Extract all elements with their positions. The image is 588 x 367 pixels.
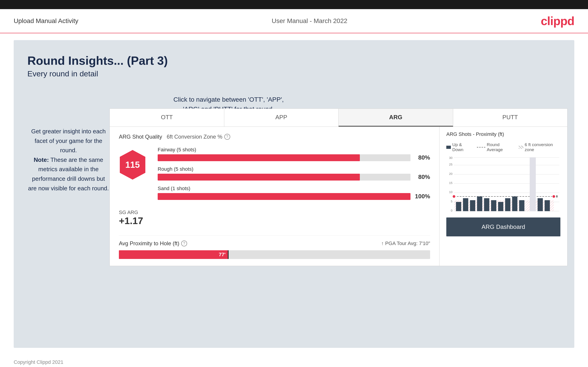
tabs: OTT APP ARG PUTT [110, 109, 567, 127]
hex-number: 115 [125, 160, 140, 170]
description-text: Get greater insight into each facet of y… [27, 127, 110, 193]
page-subtitle: Every round in detail [27, 69, 561, 78]
svg-text:8: 8 [556, 195, 558, 198]
proximity-header: Avg Proximity to Hole (ft) ? ↑ PGA Tour … [119, 240, 430, 247]
bar-label-rough: Rough (5 shots) [158, 166, 430, 172]
chart-svg: 0 5 10 15 20 25 30 [446, 155, 560, 214]
svg-rect-26 [463, 198, 468, 211]
shot-bars: Fairway (5 shots) 80% Rough (5 shots) [158, 147, 430, 205]
bar-fill-sand [158, 193, 410, 200]
tab-arg[interactable]: ARG [339, 109, 453, 126]
sg-value: +1.17 [119, 215, 430, 226]
main-content: Round Insights... (Part 3) Every round i… [14, 40, 574, 348]
svg-text:10: 10 [449, 190, 452, 194]
svg-text:15: 15 [449, 181, 452, 185]
svg-rect-28 [477, 197, 482, 211]
svg-point-20 [552, 195, 555, 198]
bar-pct-fairway: 80% [414, 154, 430, 161]
proximity-cursor [228, 250, 229, 259]
sg-label: SG ARG [119, 209, 430, 215]
svg-rect-36 [545, 200, 550, 211]
proximity-label: Avg Proximity to Hole (ft) ? [119, 240, 187, 247]
legend-item-avg: Round Average [477, 142, 514, 152]
svg-text:5: 5 [451, 200, 452, 203]
bar-fill-rough [158, 174, 360, 181]
bar-label-fairway: Fairway (5 shots) [158, 147, 430, 153]
help-icon[interactable]: ? [224, 134, 230, 140]
bar-row-fairway: Fairway (5 shots) 80% [158, 147, 430, 161]
bar-container-fairway: 80% [158, 154, 430, 161]
logo: clippd [541, 14, 574, 28]
proximity-bar-track: 77' [119, 250, 430, 259]
manual-label: User Manual - March 2022 [272, 17, 347, 25]
legend-box-updown [446, 146, 451, 149]
svg-rect-27 [470, 200, 475, 211]
svg-rect-35 [537, 198, 543, 211]
bar-fill-fairway [158, 154, 360, 161]
legend-dashed-avg [477, 147, 485, 148]
bar-track-sand [158, 193, 410, 200]
chart-container: 0 5 10 15 20 25 30 [446, 155, 560, 214]
svg-rect-25 [456, 202, 461, 211]
tab-ott[interactable]: OTT [110, 109, 224, 126]
legend-item-updown: Up & Down [446, 142, 472, 152]
bar-track-fairway [158, 154, 410, 161]
legend-checkered-conversion [519, 146, 523, 149]
svg-text:30: 30 [449, 156, 452, 159]
svg-rect-32 [505, 198, 510, 211]
bar-row-rough: Rough (5 shots) 80% [158, 166, 430, 181]
hexagon-container: 115 [119, 149, 146, 181]
copyright: Copyright Clippd 2021 [14, 359, 63, 365]
header: Upload Manual Activity User Manual - Mar… [0, 9, 588, 33]
legend-label-conversion: 6 ft conversion zone [525, 142, 560, 152]
bar-container-rough: 80% [158, 174, 430, 181]
upload-label: Upload Manual Activity [14, 17, 78, 25]
pga-avg-label: ↑ PGA Tour Avg: 7'10" [381, 241, 430, 246]
note-bold: Note: [34, 156, 49, 163]
svg-rect-31 [498, 202, 503, 211]
proximity-section: Avg Proximity to Hole (ft) ? ↑ PGA Tour … [119, 235, 430, 259]
bar-row-sand: Sand (1 shots) 100% [158, 185, 430, 200]
conversion-label: 6ft Conversion Zone % ? [167, 133, 230, 140]
svg-point-19 [452, 195, 455, 198]
svg-text:25: 25 [449, 163, 452, 166]
bar-track-rough [158, 174, 410, 181]
right-chart-title: ARG Shots - Proximity (ft) [446, 131, 504, 137]
svg-rect-30 [491, 200, 496, 211]
panel-right: ARG Shots - Proximity (ft) Up & Down Rou… [440, 127, 567, 266]
legend-label-avg: Round Average [487, 142, 514, 152]
sg-section: SG ARG +1.17 [119, 209, 430, 226]
svg-text:20: 20 [449, 172, 452, 175]
bar-container-sand: 100% [158, 193, 430, 200]
panel-body: ARG Shot Quality 6ft Conversion Zone % ?… [110, 127, 567, 266]
svg-rect-29 [484, 198, 489, 211]
top-bar [0, 0, 588, 9]
tab-app[interactable]: APP [224, 109, 339, 126]
main-panel: OTT APP ARG PUTT ARG Shot Quality 6ft Co… [110, 108, 567, 266]
bar-pct-sand: 100% [414, 193, 430, 200]
proximity-bar-fill: 77' [119, 250, 228, 259]
tab-putt[interactable]: PUTT [453, 109, 567, 126]
section-header: ARG Shot Quality 6ft Conversion Zone % ? [119, 133, 430, 140]
bar-label-sand: Sand (1 shots) [158, 185, 430, 192]
right-header-row: ARG Shots - Proximity (ft) [446, 131, 560, 141]
shot-quality-label: ARG Shot Quality [119, 133, 162, 140]
svg-text:0: 0 [451, 209, 452, 212]
legend-item-conversion: 6 ft conversion zone [519, 142, 560, 152]
page-title: Round Insights... (Part 3) [27, 54, 561, 67]
bar-pct-rough: 80% [414, 174, 430, 181]
footer: Copyright Clippd 2021 [0, 355, 588, 367]
svg-rect-33 [512, 197, 517, 211]
panel-left: ARG Shot Quality 6ft Conversion Zone % ?… [110, 127, 440, 266]
svg-rect-34 [519, 200, 524, 211]
svg-rect-24 [530, 158, 536, 211]
legend-label-updown: Up & Down [452, 142, 472, 152]
dashboard-button[interactable]: ARG Dashboard [446, 217, 560, 236]
legend: Up & Down Round Average 6 ft conversion … [446, 142, 560, 152]
hex-score-section: 115 Fairway (5 shots) 80% [119, 147, 430, 205]
proximity-help-icon[interactable]: ? [181, 241, 187, 246]
proximity-bar-value: 77' [219, 252, 226, 258]
